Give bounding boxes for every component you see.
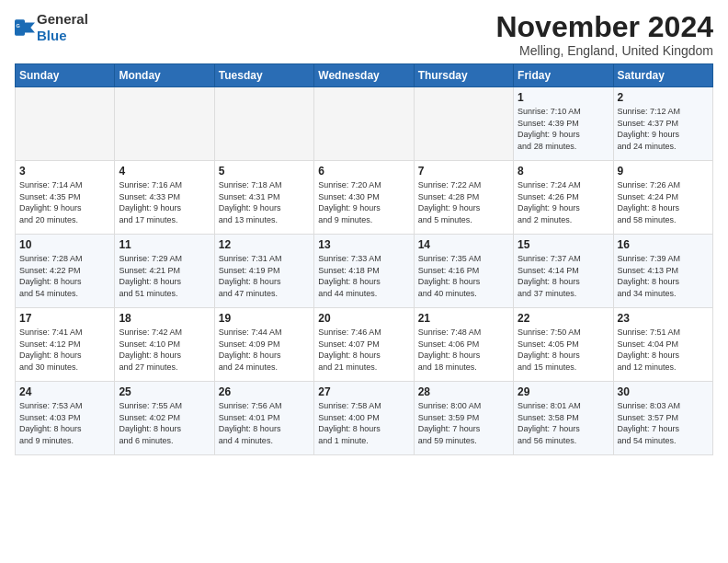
day-detail: Sunrise: 7:42 AM Sunset: 4:10 PM Dayligh… bbox=[119, 327, 210, 373]
calendar-day-cell: 26Sunrise: 7:56 AM Sunset: 4:01 PM Dayli… bbox=[214, 382, 313, 455]
day-number: 26 bbox=[219, 385, 310, 398]
logo-blue: Blue bbox=[37, 28, 67, 43]
calendar-day-cell: 9Sunrise: 7:26 AM Sunset: 4:24 PM Daylig… bbox=[613, 161, 712, 235]
header: G General Blue November 2024 Melling, En… bbox=[15, 11, 713, 58]
day-number: 29 bbox=[518, 385, 609, 398]
calendar-day-cell: 12Sunrise: 7:31 AM Sunset: 4:19 PM Dayli… bbox=[214, 235, 313, 308]
day-number: 8 bbox=[518, 165, 609, 178]
day-detail: Sunrise: 7:31 AM Sunset: 4:19 PM Dayligh… bbox=[219, 253, 310, 299]
calendar-day-cell: 25Sunrise: 7:55 AM Sunset: 4:02 PM Dayli… bbox=[115, 382, 214, 455]
day-number: 11 bbox=[119, 238, 210, 251]
day-number: 15 bbox=[518, 238, 609, 251]
day-detail: Sunrise: 7:20 AM Sunset: 4:30 PM Dayligh… bbox=[318, 179, 409, 225]
calendar-day-cell: 11Sunrise: 7:29 AM Sunset: 4:21 PM Dayli… bbox=[115, 235, 214, 308]
day-detail: Sunrise: 7:22 AM Sunset: 4:28 PM Dayligh… bbox=[418, 179, 509, 225]
logo: G General Blue bbox=[15, 11, 88, 44]
day-number: 1 bbox=[518, 91, 609, 104]
calendar-week-row: 17Sunrise: 7:41 AM Sunset: 4:12 PM Dayli… bbox=[16, 308, 713, 382]
calendar-day-cell: 2Sunrise: 7:12 AM Sunset: 4:37 PM Daylig… bbox=[613, 87, 712, 161]
calendar-day-cell: 8Sunrise: 7:24 AM Sunset: 4:26 PM Daylig… bbox=[514, 161, 613, 235]
location: Melling, England, United Kingdom bbox=[495, 43, 713, 58]
day-detail: Sunrise: 7:12 AM Sunset: 4:37 PM Dayligh… bbox=[618, 106, 709, 152]
day-number: 10 bbox=[19, 238, 110, 251]
day-number: 20 bbox=[318, 312, 409, 325]
svg-text:G: G bbox=[17, 23, 20, 29]
calendar-day-cell bbox=[115, 87, 214, 161]
calendar-week-row: 1Sunrise: 7:10 AM Sunset: 4:39 PM Daylig… bbox=[16, 87, 713, 161]
calendar-day-cell: 7Sunrise: 7:22 AM Sunset: 4:28 PM Daylig… bbox=[414, 161, 513, 235]
month-title: November 2024 bbox=[495, 11, 713, 43]
day-number: 30 bbox=[618, 385, 709, 398]
day-detail: Sunrise: 7:41 AM Sunset: 4:12 PM Dayligh… bbox=[19, 327, 110, 373]
weekday-wednesday: Wednesday bbox=[314, 64, 414, 87]
calendar-day-cell: 18Sunrise: 7:42 AM Sunset: 4:10 PM Dayli… bbox=[115, 308, 214, 382]
day-number: 21 bbox=[418, 312, 509, 325]
day-number: 7 bbox=[418, 165, 509, 178]
day-detail: Sunrise: 7:35 AM Sunset: 4:16 PM Dayligh… bbox=[418, 253, 509, 299]
day-detail: Sunrise: 7:16 AM Sunset: 4:33 PM Dayligh… bbox=[119, 179, 210, 225]
weekday-thursday: Thursday bbox=[414, 64, 513, 87]
calendar-week-row: 10Sunrise: 7:28 AM Sunset: 4:22 PM Dayli… bbox=[16, 235, 713, 308]
day-number: 6 bbox=[318, 165, 409, 178]
calendar-day-cell: 23Sunrise: 7:51 AM Sunset: 4:04 PM Dayli… bbox=[613, 308, 712, 382]
page-container: G General Blue November 2024 Melling, En… bbox=[0, 0, 728, 463]
day-detail: Sunrise: 7:10 AM Sunset: 4:39 PM Dayligh… bbox=[518, 106, 609, 152]
day-detail: Sunrise: 7:58 AM Sunset: 4:00 PM Dayligh… bbox=[318, 400, 409, 446]
weekday-monday: Monday bbox=[115, 64, 214, 87]
day-number: 13 bbox=[318, 238, 409, 251]
calendar-day-cell: 6Sunrise: 7:20 AM Sunset: 4:30 PM Daylig… bbox=[314, 161, 414, 235]
day-detail: Sunrise: 7:48 AM Sunset: 4:06 PM Dayligh… bbox=[418, 327, 509, 373]
day-detail: Sunrise: 8:01 AM Sunset: 3:58 PM Dayligh… bbox=[518, 400, 609, 446]
calendar-day-cell bbox=[16, 87, 115, 161]
title-block: November 2024 Melling, England, United K… bbox=[495, 11, 713, 58]
calendar-day-cell: 29Sunrise: 8:01 AM Sunset: 3:58 PM Dayli… bbox=[514, 382, 613, 455]
day-detail: Sunrise: 7:18 AM Sunset: 4:31 PM Dayligh… bbox=[219, 179, 310, 225]
day-detail: Sunrise: 7:46 AM Sunset: 4:07 PM Dayligh… bbox=[318, 327, 409, 373]
calendar-day-cell: 19Sunrise: 7:44 AM Sunset: 4:09 PM Dayli… bbox=[214, 308, 313, 382]
day-number: 19 bbox=[219, 312, 310, 325]
calendar-day-cell: 10Sunrise: 7:28 AM Sunset: 4:22 PM Dayli… bbox=[16, 235, 115, 308]
calendar-week-row: 3Sunrise: 7:14 AM Sunset: 4:35 PM Daylig… bbox=[16, 161, 713, 235]
day-detail: Sunrise: 7:55 AM Sunset: 4:02 PM Dayligh… bbox=[119, 400, 210, 446]
weekday-header-row: Sunday Monday Tuesday Wednesday Thursday… bbox=[16, 64, 713, 87]
day-detail: Sunrise: 7:39 AM Sunset: 4:13 PM Dayligh… bbox=[618, 253, 709, 299]
calendar-day-cell: 15Sunrise: 7:37 AM Sunset: 4:14 PM Dayli… bbox=[514, 235, 613, 308]
calendar-day-cell: 5Sunrise: 7:18 AM Sunset: 4:31 PM Daylig… bbox=[214, 161, 313, 235]
day-detail: Sunrise: 7:24 AM Sunset: 4:26 PM Dayligh… bbox=[518, 179, 609, 225]
calendar-table: Sunday Monday Tuesday Wednesday Thursday… bbox=[15, 63, 713, 455]
calendar-day-cell: 22Sunrise: 7:50 AM Sunset: 4:05 PM Dayli… bbox=[514, 308, 613, 382]
calendar-day-cell: 16Sunrise: 7:39 AM Sunset: 4:13 PM Dayli… bbox=[613, 235, 712, 308]
day-detail: Sunrise: 8:00 AM Sunset: 3:59 PM Dayligh… bbox=[418, 400, 509, 446]
day-number: 2 bbox=[618, 91, 709, 104]
day-number: 17 bbox=[19, 312, 110, 325]
day-detail: Sunrise: 7:14 AM Sunset: 4:35 PM Dayligh… bbox=[19, 179, 110, 225]
day-detail: Sunrise: 7:50 AM Sunset: 4:05 PM Dayligh… bbox=[518, 327, 609, 373]
day-detail: Sunrise: 7:33 AM Sunset: 4:18 PM Dayligh… bbox=[318, 253, 409, 299]
calendar-day-cell: 1Sunrise: 7:10 AM Sunset: 4:39 PM Daylig… bbox=[514, 87, 613, 161]
weekday-tuesday: Tuesday bbox=[214, 64, 313, 87]
logo-general: General bbox=[37, 11, 88, 27]
calendar-day-cell: 21Sunrise: 7:48 AM Sunset: 4:06 PM Dayli… bbox=[414, 308, 513, 382]
day-number: 23 bbox=[618, 312, 709, 325]
day-detail: Sunrise: 7:37 AM Sunset: 4:14 PM Dayligh… bbox=[518, 253, 609, 299]
calendar-day-cell: 30Sunrise: 8:03 AM Sunset: 3:57 PM Dayli… bbox=[613, 382, 712, 455]
day-number: 12 bbox=[219, 238, 310, 251]
day-number: 16 bbox=[618, 238, 709, 251]
day-number: 9 bbox=[618, 165, 709, 178]
day-number: 24 bbox=[19, 385, 110, 398]
day-detail: Sunrise: 7:26 AM Sunset: 4:24 PM Dayligh… bbox=[618, 179, 709, 225]
weekday-friday: Friday bbox=[514, 64, 613, 87]
calendar-day-cell bbox=[314, 87, 414, 161]
day-detail: Sunrise: 7:29 AM Sunset: 4:21 PM Dayligh… bbox=[119, 253, 210, 299]
day-detail: Sunrise: 8:03 AM Sunset: 3:57 PM Dayligh… bbox=[618, 400, 709, 446]
day-number: 5 bbox=[219, 165, 310, 178]
day-detail: Sunrise: 7:51 AM Sunset: 4:04 PM Dayligh… bbox=[618, 327, 709, 373]
day-number: 14 bbox=[418, 238, 509, 251]
calendar-week-row: 24Sunrise: 7:53 AM Sunset: 4:03 PM Dayli… bbox=[16, 382, 713, 455]
weekday-saturday: Saturday bbox=[613, 64, 712, 87]
day-number: 3 bbox=[19, 165, 110, 178]
day-number: 25 bbox=[119, 385, 210, 398]
logo-icon: G bbox=[15, 19, 35, 36]
svg-marker-1 bbox=[25, 23, 35, 33]
calendar-day-cell bbox=[414, 87, 513, 161]
